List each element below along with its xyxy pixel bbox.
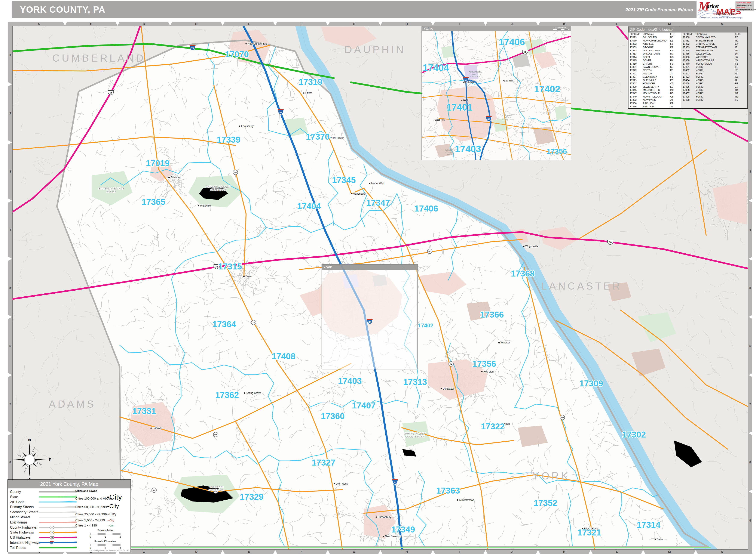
zip-label: 17406 (414, 204, 438, 213)
inset-scale-rule (553, 29, 568, 30)
grid-row-label: 8 (9, 460, 11, 464)
svg-text:15: 15 (109, 91, 112, 94)
zip-label: 17370 (306, 132, 330, 141)
legend-row-label: County (10, 490, 21, 493)
town-label: Dillsburg (170, 176, 180, 179)
legend-row-label: Interstate Highways (10, 541, 40, 545)
zip-label: 17322 (481, 422, 504, 431)
zip-index-col-header: LOC (734, 33, 748, 36)
svg-text:YORK: YORK (324, 266, 332, 269)
zip-index-row: 17321FAWN GROVEK917401YORKI2 (628, 65, 748, 69)
zip-index-row: 17313DALLASTOWNK317364THOMASVILLED6 (628, 49, 748, 52)
scale-bar-label: Scale in Kilometers (94, 540, 117, 543)
legend-body: CountyStateZIP CodePrimary StreetsSecond… (8, 488, 131, 552)
inset-title: YORK (424, 27, 433, 30)
legend-title: 2021 York County, PA Map (8, 480, 131, 488)
town-label: Wellsville (200, 204, 211, 207)
zip-label: 17403 (338, 376, 362, 386)
zip-label: 17364 (212, 319, 236, 329)
svg-text:30: 30 (524, 51, 526, 53)
svg-text:83: 83 (280, 111, 282, 114)
svg-text:425: 425 (561, 416, 564, 419)
legend-row-label: Secondary Streets (10, 510, 38, 514)
zip-label: 17352 (533, 498, 557, 508)
svg-text:30: 30 (215, 266, 218, 268)
town-label: Dallastown (443, 387, 455, 390)
inset-coverage-box: YORK (322, 265, 418, 369)
town-label: Windsor (500, 341, 510, 344)
logo-contact-line: EMAIL US AT: (736, 6, 754, 9)
zip-label: 17365 (141, 197, 165, 207)
place-dot-icon (503, 80, 504, 81)
zip-label: 17347 (366, 198, 390, 207)
inset-zip-label: 17403 (455, 144, 481, 154)
zip-index-row: 17356RED LIONK2 (628, 102, 748, 105)
town-label: Spring Grove (246, 391, 261, 394)
grid-col-label: D (195, 550, 198, 553)
grid-col-label: A (37, 22, 40, 26)
svg-text:24: 24 (450, 363, 452, 365)
legend-city-row-label: Cities 25,000 - 49,999 (75, 512, 107, 516)
svg-text:123: 123 (51, 537, 53, 539)
park-label: NO 243 (106, 190, 116, 193)
zip-label: 17329 (240, 492, 263, 501)
grid-row-label: 6 (749, 344, 751, 348)
legend-city-sample: City (109, 493, 122, 501)
zip-index-row: 17315DOVERE417368WRIGHTSVILLEJ5 (628, 59, 748, 62)
grid-col-label: G (353, 550, 355, 553)
zip-index-row: 17322FELTONK317402YORKJ2 (628, 69, 748, 72)
legend-row-label: County Highways (10, 526, 37, 529)
town-label: Shrewsbury (378, 516, 391, 519)
zip-index-col-header: ZIP Name (642, 33, 669, 36)
zip-label: 17331 (132, 406, 156, 416)
grid-col-label: H (405, 550, 408, 553)
grid-col-label: L (616, 22, 618, 26)
town-label: Mount Wolf (371, 182, 384, 185)
svg-text:0: 0 (90, 547, 91, 549)
inset-map: YORK Scale in Miles 838330 1740617404174… (422, 26, 571, 160)
legend-row-label: US Highways (10, 536, 31, 539)
grid-col-label: N (721, 22, 723, 26)
zip-label: 17345 (332, 175, 356, 185)
grid-col-label: C (143, 550, 145, 553)
map-sheet: YORK COUNTY, PA 2021 ZIP Code Premium Ed… (0, 0, 756, 556)
town-label: Lewisberry (241, 125, 254, 128)
zip-index-col-header: ZIP Name (695, 33, 734, 36)
legend-row-label: Toll Roads (10, 546, 26, 550)
place-dot-icon (434, 119, 435, 120)
zip-index-row: 17352NEW PARKJ917408YORKF6 (628, 98, 748, 102)
town-label: Hanover (153, 427, 162, 429)
zip-index-row: 17349NEW FREEDOMG817408YORKH2 (628, 95, 748, 98)
inset-place-label: York (461, 98, 468, 102)
grid-row-label: 4 (9, 228, 11, 231)
grid-row-label: 1 (9, 53, 11, 57)
zip-index-row: 17327GLEN ROCKF817403YORKG6 (628, 75, 748, 78)
svg-text:177: 177 (234, 171, 237, 174)
town-label: Manchester (353, 192, 366, 195)
grid-col-label: E (248, 22, 250, 26)
park-label: SPRING VALLEY (404, 432, 426, 435)
grid-row-label: 5 (9, 286, 11, 289)
zip-label: 17019 (146, 159, 169, 168)
inset-zip-label: 17404 (423, 63, 449, 73)
zip-label: 17321 (577, 528, 601, 537)
edition-label: 2021 ZIP Code Premium Edition (626, 7, 693, 12)
inset-scale-label: Scale in Miles (553, 27, 568, 29)
county-label: CUMBERLAND (52, 53, 145, 64)
grid-col-label: C (143, 22, 145, 26)
grid-row-label: 7 (749, 402, 751, 406)
town-label: Wrightsville (525, 245, 538, 248)
zip-index-row: 17313DALLASTOWNH717365WELLSVILLED4 (628, 52, 748, 56)
grid-col-label: F (300, 550, 302, 553)
logo-contact-line: CALL US TOLL FREE! (736, 2, 754, 4)
header-bar: YORK COUNTY, PA 2021 ZIP Code Premium Ed… (12, 1, 696, 19)
grid-row-label: 3 (749, 170, 751, 173)
legend-row-label: Minor Streets (10, 515, 30, 519)
svg-text:74: 74 (253, 321, 255, 324)
grid-col-label: M (668, 550, 671, 553)
zip-index-table: ZIP Code Index/Grid Locator ZIP CodeZIP … (628, 27, 748, 109)
legend: 2021 York County, PA Map CountyStateZIP … (7, 480, 131, 552)
logo-subtitle: America's Leading Source of Business Map… (700, 16, 742, 19)
zip-label: 17070 (225, 49, 249, 59)
inset-zip-label: 17406 (499, 37, 525, 47)
